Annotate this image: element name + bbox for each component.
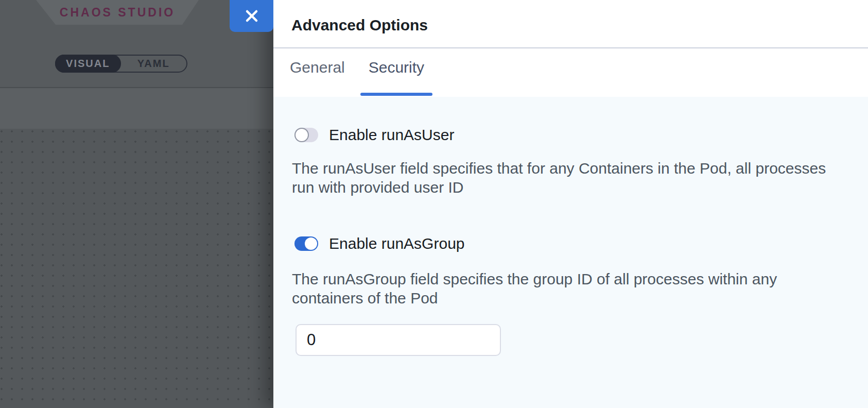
- brand-banner: CHAOS STUDIO: [36, 0, 199, 25]
- run-as-user-label: Enable runAsUser: [329, 126, 454, 144]
- enable-run-as-user-toggle[interactable]: [294, 128, 318, 142]
- description-line: The runAsGroup field specifies the group…: [292, 269, 849, 288]
- tab-general[interactable]: General: [282, 48, 353, 96]
- close-icon: [245, 9, 258, 23]
- description-line: run with provided user ID: [292, 178, 849, 197]
- run-as-group-id-input[interactable]: [296, 324, 501, 356]
- view-mode-toggle: VISUAL YAML: [55, 55, 187, 73]
- description-line: containers of the Pod: [292, 288, 849, 308]
- run-as-group-label: Enable runAsGroup: [329, 235, 465, 252]
- tab-security[interactable]: Security: [360, 48, 432, 96]
- run-as-user-row: Enable runAsUser: [294, 126, 849, 144]
- toggle-knob: [294, 128, 309, 142]
- run-as-group-description: The runAsGroup field specifies the group…: [292, 269, 849, 308]
- run-as-user-description: The runAsUser field specifies that for a…: [292, 159, 849, 197]
- drawer-tabs: General Security: [273, 48, 868, 96]
- run-as-group-row: Enable runAsGroup: [294, 235, 849, 252]
- drawer-title: Advanced Options: [291, 16, 428, 47]
- advanced-options-drawer: Advanced Options General Security Enable…: [273, 0, 868, 408]
- yaml-tab[interactable]: YAML: [121, 56, 187, 72]
- drawer-header: Advanced Options: [273, 0, 868, 48]
- brand-title: CHAOS STUDIO: [60, 6, 175, 20]
- chaos-studio-canvas: CHAOS STUDIO VISUAL YAML: [0, 0, 273, 408]
- toggle-knob: [305, 237, 317, 250]
- description-line: The runAsUser field specifies that for a…: [292, 159, 849, 178]
- enable-run-as-group-toggle[interactable]: [294, 236, 318, 251]
- canvas-toolbar-band: [0, 88, 273, 129]
- screen: CHAOS STUDIO VISUAL YAML Advanced Option…: [0, 0, 868, 408]
- security-tab-content: Enable runAsUser The runAsUser field spe…: [273, 97, 868, 408]
- visual-tab[interactable]: VISUAL: [55, 55, 121, 73]
- close-drawer-button[interactable]: [230, 0, 273, 32]
- diagram-dotted-grid: [0, 129, 273, 408]
